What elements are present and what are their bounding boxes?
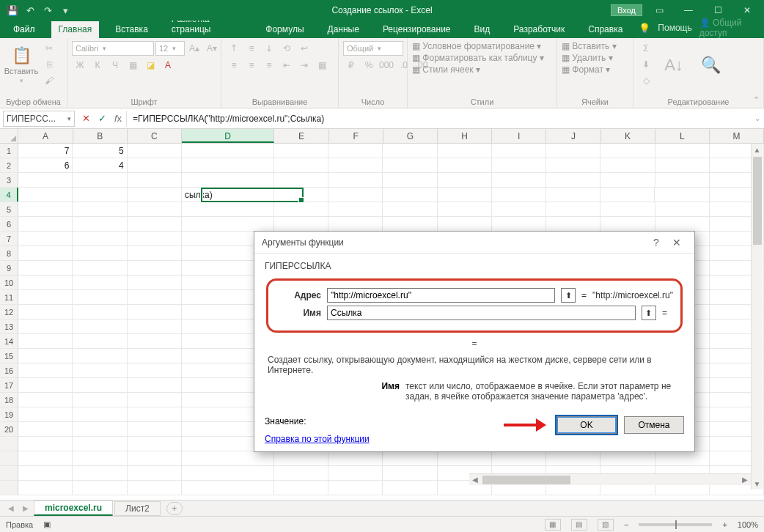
formula-input[interactable]: =ГИПЕРССЫЛКА("http://microexcel.ru";Ссыл… [126,111,751,127]
merge-icon[interactable]: ▦ [314,58,330,73]
cell[interactable] [73,202,127,216]
cell[interactable] [383,202,437,216]
row-header[interactable]: 11 [0,290,18,304]
cell[interactable] [128,481,182,495]
row-header[interactable]: 7 [0,232,18,245]
insert-cells-button[interactable]: ▦ Вставить ▾ [562,41,617,51]
cell[interactable] [438,158,492,172]
percent-icon[interactable]: % [361,58,377,73]
cell[interactable] [182,451,274,465]
cell[interactable]: 4 [73,158,127,172]
paste-button[interactable]: 📋 Вставить ▾ [4,41,38,89]
page-break-view-icon[interactable]: ▧ [598,519,614,531]
cell[interactable] [492,202,546,216]
cell[interactable] [383,481,437,495]
row-header[interactable] [0,451,18,465]
underline-button[interactable]: Ч [107,58,123,73]
row-header[interactable]: 17 [0,378,18,392]
cell[interactable] [274,188,328,202]
cell[interactable] [128,261,182,275]
cell[interactable] [655,158,710,172]
cell[interactable] [73,407,127,421]
align-center-icon[interactable]: ≡ [243,58,260,73]
zoom-level[interactable]: 100% [738,520,758,529]
zoom-slider[interactable] [639,523,712,526]
copy-icon[interactable]: ⎘ [41,57,57,72]
cell[interactable] [128,276,182,289]
row-header[interactable]: 1 [0,144,18,158]
cell[interactable] [18,246,73,260]
cell[interactable] [492,188,546,202]
cell[interactable] [274,173,328,187]
cell[interactable] [18,437,73,451]
row-header[interactable] [0,437,18,451]
row-header[interactable]: 15 [0,349,18,363]
comma-icon[interactable]: 000 [378,58,394,73]
cell[interactable] [328,217,383,231]
cell[interactable] [18,188,73,202]
page-layout-view-icon[interactable]: ▤ [571,519,587,531]
cell-styles-icon[interactable]: ▦ Стили ячеек ▾ [412,64,480,75]
row-header[interactable]: 19 [0,407,18,421]
col-header[interactable]: A [18,129,73,143]
col-header[interactable]: B [73,129,128,143]
login-button[interactable]: Вход [611,4,642,16]
cell[interactable] [73,349,127,363]
cell[interactable] [18,276,73,289]
scroll-right-icon[interactable]: ▶ [739,474,751,486]
cell[interactable] [328,481,383,495]
qat-customize-icon[interactable]: ▾ [57,2,73,18]
cell[interactable] [655,202,710,216]
cell[interactable] [73,217,127,231]
cell[interactable] [128,422,182,436]
cell[interactable] [492,451,546,465]
cell[interactable] [182,202,274,216]
ribbon-display-icon[interactable]: ▭ [647,3,672,18]
italic-button[interactable]: К [89,58,106,73]
decrease-indent-icon[interactable]: ⇤ [279,58,295,73]
cell[interactable] [73,334,127,348]
scroll-thumb[interactable] [482,476,570,484]
row-header[interactable] [0,481,18,495]
col-header[interactable]: J [546,129,600,143]
sheet-nav-prev-icon[interactable]: ◀ [4,504,18,512]
sheet-tab[interactable]: microexcel.ru [34,500,113,516]
cell[interactable] [73,276,127,289]
bold-button[interactable]: Ж [72,58,88,73]
cell[interactable] [73,246,127,260]
autosum-icon[interactable]: Σ [638,41,654,56]
cell[interactable] [182,144,274,158]
format-as-table-icon[interactable]: ▦ Форматировать как таблицу ▾ [412,53,544,63]
col-header[interactable]: G [383,129,438,143]
cell[interactable] [73,422,127,436]
cell[interactable] [274,466,328,480]
format-painter-icon[interactable]: 🖌 [41,73,57,88]
cell[interactable] [73,437,127,451]
col-header[interactable]: M [710,129,764,143]
cell[interactable] [182,217,274,231]
horizontal-scrollbar[interactable]: ◀ ▶ [469,473,751,485]
cell[interactable] [128,305,182,319]
cancel-button[interactable]: Отмена [624,416,684,434]
cell[interactable] [600,158,655,172]
tab-help[interactable]: Справка [581,21,630,38]
row-header[interactable]: 4 [0,188,18,202]
tab-insert[interactable]: Вставка [108,21,155,38]
cell[interactable] [655,217,710,231]
cell[interactable] [128,378,182,392]
expand-formula-bar-icon[interactable]: ⌄ [751,114,764,122]
cell[interactable] [73,319,127,333]
scroll-up-icon[interactable]: ▲ [752,144,763,155]
delete-cells-button[interactable]: ▦ Удалить ▾ [562,53,613,63]
enter-formula-icon[interactable]: ✓ [94,111,110,127]
cell[interactable] [655,188,709,202]
row-header[interactable]: 8 [0,246,18,260]
currency-icon[interactable]: ₽ [343,58,359,73]
tab-file[interactable]: Файл [6,21,43,38]
cell[interactable] [546,144,600,158]
cell[interactable] [383,188,437,202]
cell[interactable] [18,232,73,245]
cell[interactable] [18,466,73,480]
row-header[interactable]: 16 [0,363,18,377]
tell-me-label[interactable]: Помощь [658,23,691,33]
